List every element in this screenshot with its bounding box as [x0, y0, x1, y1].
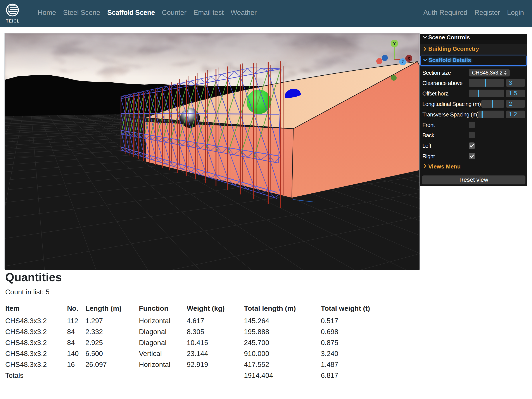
svg-text:Y: Y	[393, 41, 396, 46]
svg-text:X: X	[407, 56, 410, 61]
svg-text:Z: Z	[401, 60, 404, 64]
